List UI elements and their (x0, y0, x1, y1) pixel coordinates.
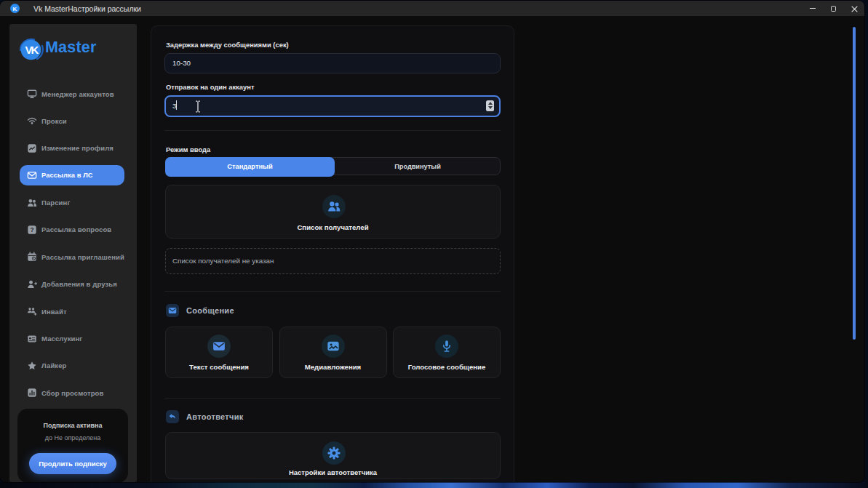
svg-text:VK: VK (25, 44, 39, 56)
svg-text:?: ? (30, 226, 33, 233)
svg-text:K: K (13, 6, 17, 12)
